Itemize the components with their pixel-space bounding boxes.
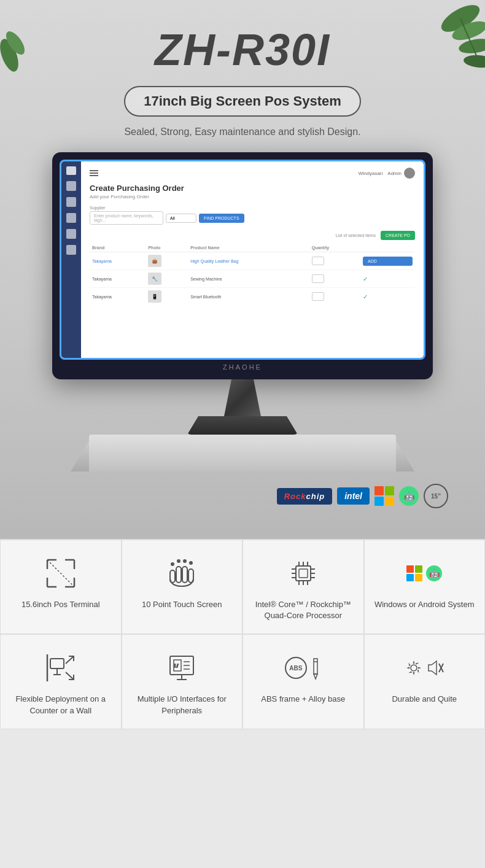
feature-label-processor: Intel® Core™ / Rockchip™ Quad-Core Proce…: [249, 599, 357, 621]
wall-mount-icon: [44, 651, 77, 684]
monitor-frame: Windyasari Admin Create Purchasing Order…: [52, 152, 433, 379]
screen-list-header: List of selected items CREATE PO: [90, 231, 415, 240]
gear-icon: [405, 659, 423, 677]
touch-screen-icon-area: [163, 555, 200, 592]
feature-touch-screen: 10 Point Touch Screen: [122, 540, 243, 634]
search-input-screen[interactable]: Enter product name, keywords, tags...: [90, 211, 163, 225]
cpu-chip-icon: [287, 557, 320, 590]
screen-topbar: Windyasari Admin: [90, 168, 415, 179]
win-sq2: [415, 565, 422, 573]
svg-point-22: [184, 560, 186, 562]
feature-deployment: Flexible Deployment on a Counter or a Wa…: [0, 634, 122, 729]
product-name-2: Sewing Machine: [190, 277, 222, 281]
stand-neck: [224, 379, 261, 416]
deployment-icon-area: [42, 649, 79, 686]
supplier-select[interactable]: All: [166, 214, 196, 223]
add-btn-1[interactable]: ADD: [363, 257, 413, 266]
processor-icon-area: [285, 555, 322, 592]
intel-badge: intel: [337, 487, 370, 505]
products-table: Brand Photo Product Name Quantity Takaya…: [90, 244, 415, 305]
col-product: Product Name: [188, 244, 309, 252]
screen-user: Windyasari Admin: [359, 168, 415, 179]
svg-line-43: [66, 672, 74, 680]
col-qty: Quantity: [309, 244, 360, 252]
io-ports-icon: I /: [165, 651, 198, 684]
features-row-2: Flexible Deployment on a Counter or a Wa…: [0, 634, 485, 729]
svg-text:I: I: [174, 664, 176, 668]
sidebar-home-icon: [66, 166, 76, 175]
svg-rect-53: [314, 659, 317, 674]
check-icon-2: ✓: [363, 276, 368, 282]
win-q4: [385, 497, 394, 506]
svg-rect-17: [176, 567, 181, 583]
feature-durable: Durable and Quite: [364, 634, 486, 729]
svg-marker-57: [429, 661, 437, 675]
qty-box-3[interactable]: [312, 292, 324, 301]
svg-text:/: /: [177, 664, 178, 668]
features-section: 15.6inch Pos Terminal: [0, 539, 485, 729]
subtitle-badge: 17inch Big Screen Pos System: [12, 86, 473, 117]
leaf-decoration-right: [399, 0, 485, 80]
check-icon-3: ✓: [363, 293, 368, 300]
hamburger-icon: [90, 170, 98, 176]
win-q1: [374, 486, 384, 495]
svg-point-23: [190, 562, 192, 564]
product-name-1: High Quality Leather Bag: [190, 259, 238, 263]
brand-2: Takayama: [92, 277, 112, 281]
table-row: Takayama 👜 High Quality Leather Bag ADD: [90, 252, 415, 270]
col-photo: Photo: [146, 244, 188, 252]
abs-icons-group: ABS: [285, 656, 322, 680]
size-badge: 15": [424, 484, 448, 508]
svg-rect-25: [299, 569, 308, 578]
features-row-1: 15.6inch Pos Terminal: [0, 540, 485, 634]
svg-rect-39: [50, 659, 64, 668]
monitor-blue-border: Windyasari Admin Create Purchasing Order…: [60, 160, 425, 360]
svg-point-56: [411, 665, 417, 671]
feature-os-system: 🤖 Windows or Android System: [364, 540, 486, 634]
pedestal-wrapper: [71, 435, 414, 471]
monitor-screen: Windyasari Admin Create Purchasing Order…: [61, 161, 424, 358]
feature-pos-terminal: 15.6inch Pos Terminal: [0, 540, 122, 634]
win-sq3: [406, 574, 414, 581]
feature-label-pos: 15.6inch Pos Terminal: [21, 599, 100, 610]
svg-point-20: [171, 563, 174, 565]
svg-line-15: [47, 560, 74, 587]
product-img-2: 🔧: [148, 273, 161, 285]
brand-link-1[interactable]: Takayama: [92, 259, 112, 263]
pos-terminal-icon-area: [42, 555, 79, 592]
brand-3: Takayama: [92, 295, 112, 299]
monitor-stand: [52, 379, 433, 435]
feature-label-os: Windows or Android System: [374, 599, 475, 610]
mute-icon: [425, 659, 444, 677]
expand-arrows-icon: [44, 557, 77, 590]
os-logos-container: 🤖: [406, 565, 442, 581]
windows-badge: [374, 486, 394, 506]
win-sq1: [406, 565, 414, 573]
io-icon-area: I /: [163, 649, 200, 686]
qty-box-1[interactable]: [312, 257, 324, 265]
hero-section: ZH-R30I 17inch Big Screen Pos System Sea…: [0, 0, 485, 539]
feature-io-interfaces: I / Multiple I/O Interfaces for Peripher…: [122, 634, 243, 729]
find-products-btn[interactable]: FIND PRODUCTS: [199, 214, 244, 223]
screen-sidebar: [61, 161, 81, 358]
sidebar-icon-1: [66, 181, 76, 191]
win-q2: [385, 486, 394, 495]
android-logo-small: 🤖: [426, 565, 442, 581]
table-row: Takayama 📱 Smart Bluetooth ✓: [90, 288, 415, 306]
qty-box-2[interactable]: [312, 274, 324, 283]
durable-icon-area: [406, 649, 443, 686]
monitor-container: Windyasari Admin Create Purchasing Order…: [52, 152, 433, 471]
feature-processor: Intel® Core™ / Rockchip™ Quad-Core Proce…: [243, 540, 364, 634]
rockchip-badge: Rockchip: [277, 488, 333, 505]
sidebar-icon-4: [66, 229, 76, 239]
feature-label-io: Multiple I/O Interfaces for Peripherals: [128, 694, 236, 716]
supplier-label: Supplier: [90, 206, 244, 210]
avatar: [404, 168, 415, 179]
abs-circle: ABS: [285, 657, 307, 679]
create-po-btn[interactable]: CREATE PO: [381, 231, 415, 240]
touch-hand-icon: [165, 557, 198, 590]
feature-label-abs: ABS frame + Alloy base: [261, 694, 345, 705]
col-action: [360, 244, 415, 252]
pedestal-left: [71, 441, 89, 471]
pedestal: [89, 435, 396, 471]
